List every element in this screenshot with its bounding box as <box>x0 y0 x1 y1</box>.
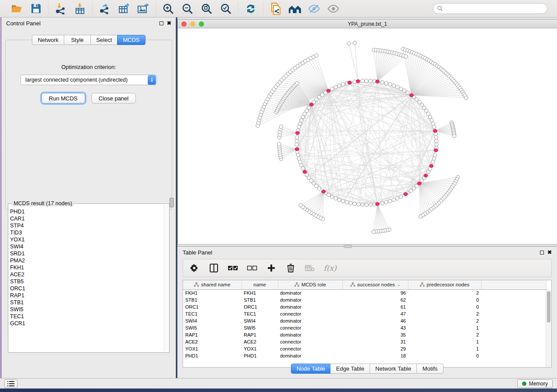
task-history-button[interactable] <box>4 379 17 388</box>
network-window-titlebar[interactable]: YPA_prune.txt_1 <box>178 20 557 28</box>
table-tab-edge-table[interactable]: Edge Table <box>330 364 370 374</box>
delete-column-icon[interactable] <box>285 263 296 273</box>
result-node-item[interactable]: ACE2 <box>10 271 163 278</box>
column-header-predecessor-nodes[interactable]: predecessor nodes <box>408 280 481 289</box>
open-session-icon[interactable] <box>10 2 23 15</box>
optimization-criterion-select[interactable]: largest connected component (undirected)… <box>21 75 157 85</box>
table-body[interactable]: FKH1FKH1dominator962STB1STB1dominator620… <box>183 289 547 359</box>
chevron-up-down-icon: ▲▼ <box>148 75 156 85</box>
export-network-icon[interactable] <box>98 2 111 15</box>
select-all-icon[interactable] <box>228 263 238 273</box>
table-row[interactable]: SWI4SWI4dominator462 <box>183 317 547 324</box>
table-row[interactable]: PHD1PHD1dominator180 <box>183 352 547 359</box>
result-node-item[interactable]: TEC1 <box>10 313 163 320</box>
result-node-item[interactable]: CAR1 <box>10 215 163 222</box>
result-node-item[interactable]: PHD1 <box>10 208 163 215</box>
zoom-out-icon[interactable] <box>181 2 194 15</box>
close-table-panel-icon[interactable]: ✖ <box>547 250 552 255</box>
first-neighbors-icon[interactable] <box>288 2 301 15</box>
table-panel-splitter-handle[interactable] <box>344 245 352 248</box>
column-header-name[interactable]: name <box>242 280 278 289</box>
result-node-item[interactable]: PMA2 <box>10 257 163 264</box>
table-scrollbar[interactable] <box>546 290 551 367</box>
vertical-splitter[interactable] <box>174 17 177 378</box>
column-header-successor-nodes[interactable]: successor nodes⌄ <box>343 280 408 289</box>
network-view-window: YPA_prune.txt_1 <box>177 19 557 244</box>
table-settings-icon[interactable] <box>189 263 200 273</box>
result-node-item[interactable]: STB1 <box>10 299 163 306</box>
table-row[interactable]: FKH1FKH1dominator962 <box>183 289 547 296</box>
table-tab-network-table[interactable]: Network Table <box>370 364 417 374</box>
table-row[interactable]: ACE2ACE2connector311 <box>183 338 547 345</box>
network-window-title: YPA_prune.txt_1 <box>178 21 557 27</box>
table-row[interactable]: SWI5SWI5connector431 <box>183 324 547 331</box>
function-builder-icon-disabled: f(x) <box>324 264 336 272</box>
tab-network[interactable]: Network <box>32 35 64 45</box>
export-image-icon[interactable] <box>137 2 150 15</box>
tab-style[interactable]: Style <box>64 35 91 45</box>
close-panel-icon[interactable]: ✖ <box>167 21 171 26</box>
column-header-MCDS-role[interactable]: MCDS role <box>278 280 343 289</box>
control-panel: Control Panel ✖ NetworkStyleSelectMCDS O… <box>2 17 176 378</box>
memory-status-dot <box>522 382 526 386</box>
table-tab-motifs[interactable]: Motifs <box>416 364 443 374</box>
result-node-item[interactable]: RAP1 <box>10 292 163 299</box>
network-canvas-svg <box>178 28 557 244</box>
column-header-shared-name[interactable]: shared name <box>183 280 242 289</box>
result-node-item[interactable]: SWI5 <box>10 306 163 313</box>
result-node-item[interactable]: GCR1 <box>10 320 163 327</box>
tab-mcds[interactable]: MCDS <box>117 35 145 45</box>
result-node-item[interactable]: STP4 <box>10 222 163 229</box>
export-table-icon[interactable] <box>118 2 131 15</box>
table-row[interactable]: STB1STB1dominator620 <box>183 296 547 303</box>
close-panel-button[interactable]: Close panel <box>91 93 136 103</box>
zoom-in-icon[interactable] <box>162 2 175 15</box>
show-columns-icon[interactable] <box>208 263 219 273</box>
search-field[interactable] <box>433 3 547 14</box>
table-scrollbar-thumb[interactable] <box>547 291 550 323</box>
result-node-item[interactable]: SRD1 <box>10 250 163 257</box>
save-session-icon[interactable] <box>29 2 42 15</box>
deselect-all-icon[interactable] <box>247 263 257 273</box>
table-row[interactable]: ORC1ORC1dominator610 <box>183 303 547 310</box>
table-row[interactable]: TEC1TEC1connector472 <box>183 310 547 317</box>
control-panel-title: Control Panel <box>6 20 41 27</box>
show-all-icon[interactable] <box>327 2 340 15</box>
search-input[interactable] <box>445 6 543 12</box>
clone-network-icon[interactable] <box>269 2 282 15</box>
result-node-item[interactable]: TID3 <box>10 229 163 236</box>
import-table-icon[interactable] <box>73 2 86 15</box>
search-icon <box>437 6 443 11</box>
zoom-fit-icon[interactable] <box>200 2 213 15</box>
splitter-handle[interactable] <box>170 198 174 207</box>
mcds-tab-content: Optimization criterion: largest connecte… <box>5 40 172 210</box>
node-table[interactable]: shared namenameMCDS rolesuccessor nodes⌄… <box>183 280 552 368</box>
result-node-item[interactable]: ORC1 <box>10 285 163 292</box>
refresh-layout-icon[interactable] <box>244 2 257 15</box>
float-table-panel-icon[interactable] <box>540 251 544 254</box>
table-header-row[interactable]: shared namenameMCDS rolesuccessor nodes⌄… <box>183 280 547 289</box>
tab-select[interactable]: Select <box>90 35 118 45</box>
table-row[interactable]: RAP1RAP1dominator352 <box>183 331 547 338</box>
result-node-item[interactable]: STB5 <box>10 278 163 285</box>
delete-table-icon-disabled <box>304 263 315 273</box>
network-canvas[interactable] <box>178 28 557 244</box>
result-node-item[interactable]: FKH1 <box>10 264 163 271</box>
table-toolbar: f(x) <box>183 259 552 277</box>
mcds-result-list[interactable]: PHD1CAR1STP4TID3YOX1SWI4SRD1PMA2FKH1ACE2… <box>10 208 163 351</box>
zoom-selected-icon[interactable] <box>219 2 232 15</box>
workspace-column: YPA_prune.txt_1 Table Panel ✖ <box>177 17 557 378</box>
sort-desc-icon: ⌄ <box>397 282 401 287</box>
memory-button[interactable]: Memory <box>517 379 553 388</box>
optimization-criterion-label: Optimization criterion: <box>6 64 172 70</box>
run-mcds-button[interactable]: Run MCDS <box>42 93 85 103</box>
add-column-icon[interactable] <box>266 263 277 273</box>
float-panel-icon[interactable] <box>159 21 163 25</box>
result-node-item[interactable]: YOX1 <box>10 236 163 243</box>
result-list-scrollbar[interactable] <box>164 205 169 351</box>
table-row[interactable]: YOX1YOX1connector291 <box>183 345 547 352</box>
table-tab-node-table[interactable]: Node Table <box>291 364 331 374</box>
hide-selected-icon[interactable] <box>308 2 321 15</box>
result-node-item[interactable]: SWI4 <box>10 243 163 250</box>
import-network-icon[interactable] <box>54 2 67 15</box>
